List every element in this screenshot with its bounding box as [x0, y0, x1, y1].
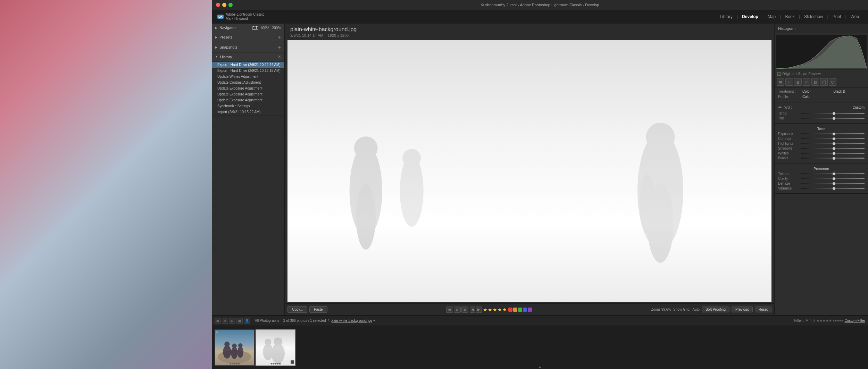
- history-item-7[interactable]: Synchronize Settings: [212, 103, 284, 109]
- filter-flag[interactable]: ⚑: [805, 319, 808, 322]
- nav-library[interactable]: Library: [716, 13, 736, 20]
- texture-thumb[interactable]: [833, 173, 835, 175]
- view-loupe[interactable]: ▭: [446, 307, 453, 313]
- dehaze-slider[interactable]: [801, 183, 865, 184]
- star-5[interactable]: ★: [502, 307, 507, 312]
- maximize-button[interactable]: [228, 3, 233, 7]
- temp-slider[interactable]: [801, 113, 865, 114]
- adjustment-brush[interactable]: ⬡: [829, 78, 836, 86]
- loupe-view-btn[interactable]: ▭: [222, 318, 228, 324]
- paste-button[interactable]: Paste: [309, 306, 327, 313]
- navigator-fit[interactable]: FIT: [252, 26, 258, 30]
- filter-flag2[interactable]: ⚐: [809, 319, 812, 322]
- star-1[interactable]: ★: [483, 307, 487, 312]
- redeye-tool[interactable]: ◎: [794, 78, 802, 86]
- history-item-2[interactable]: Update Whites Adjustment: [212, 74, 284, 79]
- star-3[interactable]: ★: [493, 307, 497, 312]
- contrast-slider[interactable]: [801, 138, 865, 139]
- history-close[interactable]: ✕: [278, 54, 281, 59]
- exposure-thumb[interactable]: [833, 133, 835, 135]
- masking-tool[interactable]: ▭: [803, 78, 810, 86]
- prev-image-btn[interactable]: ◀: [470, 307, 475, 313]
- eyedropper-icon[interactable]: ✒: [778, 104, 782, 110]
- survey-view-btn[interactable]: ▦: [236, 318, 243, 324]
- contrast-thumb[interactable]: [833, 137, 835, 140]
- filmstrip-collapse-btn[interactable]: ▲: [535, 364, 544, 369]
- nav-print[interactable]: Print: [829, 13, 845, 20]
- color-red[interactable]: [508, 308, 512, 312]
- dropdown-arrow[interactable]: ▾: [373, 319, 375, 322]
- thumb-1-img[interactable]: [215, 329, 254, 366]
- spot-removal-tool[interactable]: ○: [785, 78, 793, 86]
- next-image-btn[interactable]: ▶: [476, 307, 482, 313]
- history-item-4[interactable]: Update Exposure Adjustment: [212, 85, 284, 91]
- vibrance-slider[interactable]: [801, 188, 865, 189]
- history-header[interactable]: ▼ History ✕: [212, 52, 284, 61]
- navigator-100[interactable]: 100%: [260, 26, 269, 30]
- navigator-header[interactable]: ▶ Navigator FIT 100% 200%: [212, 24, 284, 32]
- clarity-thumb[interactable]: [833, 177, 835, 180]
- highlights-slider[interactable]: [801, 143, 865, 144]
- dehaze-thumb[interactable]: [833, 182, 835, 185]
- filmstrip-thumb-2[interactable]: 2: [256, 329, 295, 366]
- filmstrip-thumb-1[interactable]: 1: [215, 329, 254, 366]
- whites-slider[interactable]: [801, 153, 865, 154]
- filter-reject[interactable]: ✗: [813, 319, 816, 322]
- treatment-bw[interactable]: Black &: [834, 90, 865, 93]
- history-item-0[interactable]: Export - Hard Drive (2/9/21 10:22:44 AM): [212, 62, 284, 68]
- minimize-button[interactable]: [222, 3, 226, 7]
- color-purple[interactable]: [528, 308, 532, 312]
- shadows-slider[interactable]: [801, 148, 865, 149]
- snapshots-add[interactable]: +: [278, 44, 281, 50]
- whites-thumb[interactable]: [833, 152, 835, 155]
- grid-view-btn[interactable]: ⊞: [215, 318, 221, 324]
- texture-slider[interactable]: [801, 173, 865, 174]
- color-yellow[interactable]: [513, 308, 517, 312]
- history-item-6[interactable]: Update Exposure Adjustment: [212, 97, 284, 103]
- selected-file-link[interactable]: plain-white-background.jpg: [331, 319, 373, 322]
- navigator-200[interactable]: 200%: [272, 26, 281, 30]
- radial-filter[interactable]: ◯: [820, 78, 828, 86]
- blacks-thumb[interactable]: [833, 157, 835, 160]
- treatment-color[interactable]: Color: [802, 90, 834, 93]
- filter-stars[interactable]: ★★★★★: [816, 319, 832, 322]
- nav-slideshow[interactable]: Slideshow: [801, 13, 827, 20]
- reset-button[interactable]: Reset: [755, 307, 771, 312]
- clarity-slider[interactable]: [801, 178, 865, 179]
- nav-map[interactable]: Map: [764, 13, 779, 20]
- color-green[interactable]: [518, 308, 522, 312]
- star-2[interactable]: ★: [488, 307, 492, 312]
- graduated-filter[interactable]: ▤: [811, 78, 819, 86]
- highlights-thumb[interactable]: [833, 142, 835, 145]
- crop-tool[interactable]: ⊞: [777, 78, 784, 86]
- nav-book[interactable]: Book: [782, 13, 798, 20]
- presets-add[interactable]: +: [278, 34, 281, 40]
- thumb-2-img[interactable]: [256, 329, 295, 366]
- history-item-3[interactable]: Update Contrast Adjustment: [212, 79, 284, 85]
- temp-thumb[interactable]: [833, 112, 835, 115]
- history-item-5[interactable]: Update Exposure Adjustment: [212, 91, 284, 97]
- copy-button[interactable]: Copy...: [287, 306, 307, 313]
- history-item-8[interactable]: Import (2/9/21 10:15:22 AM): [212, 109, 284, 115]
- color-blue[interactable]: [523, 308, 527, 312]
- presets-header[interactable]: ▶ Presets +: [212, 32, 284, 42]
- snapshots-header[interactable]: ▶ Snapshots +: [212, 42, 284, 52]
- tint-slider[interactable]: [801, 118, 865, 119]
- tint-thumb[interactable]: [833, 117, 835, 120]
- exposure-slider[interactable]: [801, 133, 865, 134]
- compare-view-btn[interactable]: ⊟: [229, 318, 235, 324]
- history-item-1[interactable]: Export - Hard Drive (2/9/21 10:18:15 AM): [212, 68, 284, 74]
- view-survey[interactable]: ▦: [461, 307, 468, 313]
- nav-develop[interactable]: Develop: [738, 13, 762, 20]
- vibrance-thumb[interactable]: [833, 187, 835, 190]
- filter-colors[interactable]: ●●●●●: [833, 319, 843, 322]
- star-rating[interactable]: ★ ★ ★ ★ ★: [483, 307, 507, 312]
- blacks-slider[interactable]: [801, 158, 865, 159]
- shadows-thumb[interactable]: [833, 147, 835, 150]
- star-4[interactable]: ★: [498, 307, 502, 312]
- nav-web[interactable]: Web: [847, 13, 862, 20]
- custom-filter-btn[interactable]: Custom Filter: [845, 319, 865, 322]
- previous-button[interactable]: Previous: [732, 307, 753, 312]
- close-button[interactable]: [216, 3, 220, 7]
- smart-preview-checkbox[interactable]: ✓: [777, 72, 781, 76]
